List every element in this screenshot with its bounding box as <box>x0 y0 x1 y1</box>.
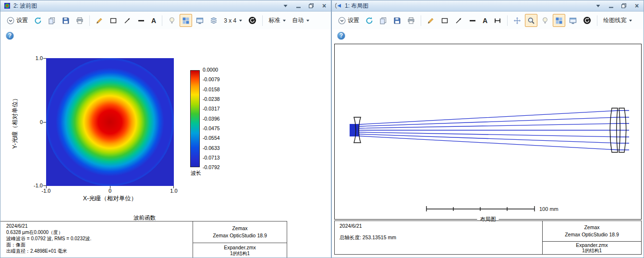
layout-window-icon <box>335 2 342 9</box>
wavefront-content: 1.0 0 -1.0 -1.0 0 1.0 Y-光瞳（相对单位） X-光瞳（相对… <box>0 42 331 258</box>
x-tickmark <box>110 186 110 188</box>
refresh-icon <box>34 17 42 25</box>
arrow-annotation-button[interactable] <box>452 14 465 27</box>
lamp-button[interactable] <box>539 14 551 27</box>
colorbar-tick-label: -0.0792 <box>203 165 220 170</box>
reset-view-button[interactable] <box>581 14 594 27</box>
zoom-button[interactable] <box>525 14 537 27</box>
lamp-icon <box>168 17 176 25</box>
auto-dropdown[interactable]: 自动 <box>290 14 312 27</box>
y-tickmark <box>43 58 46 59</box>
tile-view-button[interactable] <box>553 14 565 27</box>
active-window-button[interactable] <box>194 14 206 27</box>
rectangle-annotation-button[interactable] <box>107 14 120 27</box>
y-tick-label: 1.0 <box>27 55 43 61</box>
standard-label: 标准 <box>268 16 280 25</box>
surface-line: 面：像面 <box>6 242 91 248</box>
line-width-label: 绘图线宽 <box>603 16 626 25</box>
tile-grid-icon <box>182 17 190 25</box>
line-annotation-button[interactable] <box>93 14 106 27</box>
circle-chevron-icon <box>7 17 14 25</box>
line-icon <box>469 17 476 25</box>
restore-button[interactable] <box>620 2 627 9</box>
settings-button[interactable]: 设置 <box>4 14 30 27</box>
save-button[interactable] <box>391 14 403 27</box>
window-icon <box>569 17 577 25</box>
close-button[interactable]: × <box>633 2 640 9</box>
layers-icon <box>210 17 218 25</box>
line-annotation-button[interactable] <box>425 14 437 27</box>
line-width-dropdown[interactable]: 绘图线宽 <box>601 14 634 27</box>
layout-toolbar: 设置 A 绘图线宽 <box>332 12 644 29</box>
wavefront-map-canvas[interactable] <box>46 58 174 186</box>
layout-titlebar[interactable]: 1: 布局图 × <box>332 0 644 12</box>
text-annotation-button[interactable]: A <box>480 14 490 27</box>
wavefront-titlebar[interactable]: 2: 波前图 × <box>0 0 331 12</box>
file-name: Expander.zmx <box>224 245 256 251</box>
brand-title: Zemax <box>584 224 599 231</box>
save-icon <box>393 17 401 25</box>
colorbar-tick-label: -0.0554 <box>203 135 220 141</box>
tile-view-button[interactable] <box>180 14 192 27</box>
pan-button[interactable] <box>511 14 523 27</box>
thick-line-annotation-button[interactable] <box>466 14 479 27</box>
help-icon[interactable]: ? <box>6 32 14 40</box>
chevron-down-icon <box>306 20 309 22</box>
dimension-annotation-button[interactable] <box>491 14 504 27</box>
brand-title: Zemax <box>232 225 247 232</box>
scale-label: 100 mm <box>539 206 559 212</box>
print-button[interactable] <box>73 14 86 27</box>
x-tick-label: 1.0 <box>166 188 182 194</box>
close-button[interactable]: × <box>321 2 328 9</box>
window-title: 2: 波前图 <box>13 2 37 10</box>
window-menu-button[interactable] <box>282 2 289 9</box>
layout-title-block: 2024/6/21 总轴长度: 253.13515 mm Zemax Zemax… <box>334 221 642 255</box>
active-window-button[interactable] <box>567 14 579 27</box>
toolbar-separator <box>507 15 508 26</box>
minimize-button[interactable] <box>608 2 614 9</box>
colorbar-labels: 0.0000-0.0079-0.0158-0.0238-0.0317-0.039… <box>203 67 220 170</box>
thick-line-annotation-button[interactable] <box>135 14 147 27</box>
text-annotation-button[interactable]: A <box>149 14 158 27</box>
line-icon <box>137 17 145 25</box>
layout-canvas[interactable]: 100 mm 布局图 <box>334 44 642 220</box>
grid-size-dropdown[interactable]: 3 x 4 <box>221 14 244 27</box>
print-button[interactable] <box>405 14 417 27</box>
layout-window: 1: 布局图 × 设置 A 绘图线宽 <box>331 0 644 258</box>
toolbar-separator <box>262 15 263 26</box>
toolbar-separator <box>421 15 421 26</box>
rectangle-annotation-button[interactable] <box>438 14 451 27</box>
copy-button[interactable] <box>46 14 58 27</box>
colorbar-tick-label: -0.0079 <box>203 77 220 82</box>
window-icon <box>196 17 204 25</box>
layers-button[interactable] <box>207 14 220 27</box>
chevron-down-icon <box>239 20 242 22</box>
update-button[interactable] <box>363 14 376 27</box>
window-menu-button[interactable] <box>595 2 601 9</box>
window-title: 1: 布局图 <box>345 2 368 10</box>
copy-icon <box>48 17 56 25</box>
pupil-diameter-line: 出瞳直径：2.4898E+01 毫米 <box>6 248 91 254</box>
pencil-icon <box>96 17 103 25</box>
refresh-icon <box>365 17 373 25</box>
arrow-annotation-button[interactable] <box>121 14 134 27</box>
settings-button[interactable]: 设置 <box>336 14 362 27</box>
colorbar-tick-label: -0.0158 <box>203 87 220 92</box>
total-length-line: 总轴长度: 253.13515 mm <box>340 234 537 241</box>
copy-button[interactable] <box>377 14 389 27</box>
colorbar-tick-label: -0.0633 <box>203 146 220 151</box>
reset-view-button[interactable] <box>246 14 259 27</box>
minimize-button[interactable] <box>295 2 302 9</box>
auto-label: 自动 <box>292 16 304 25</box>
help-icon[interactable]: ? <box>337 32 345 40</box>
colorbar-tick-label: 0.0000 <box>203 67 220 73</box>
chevron-down-icon <box>283 20 286 22</box>
plot-title: 波前函数 <box>0 214 289 221</box>
scale-bar <box>426 206 535 211</box>
restore-button[interactable] <box>308 2 315 9</box>
colorbar <box>190 70 200 167</box>
save-button[interactable] <box>60 14 72 27</box>
standard-dropdown[interactable]: 标准 <box>266 14 288 27</box>
lamp-button[interactable] <box>166 14 178 27</box>
update-button[interactable] <box>32 14 44 27</box>
